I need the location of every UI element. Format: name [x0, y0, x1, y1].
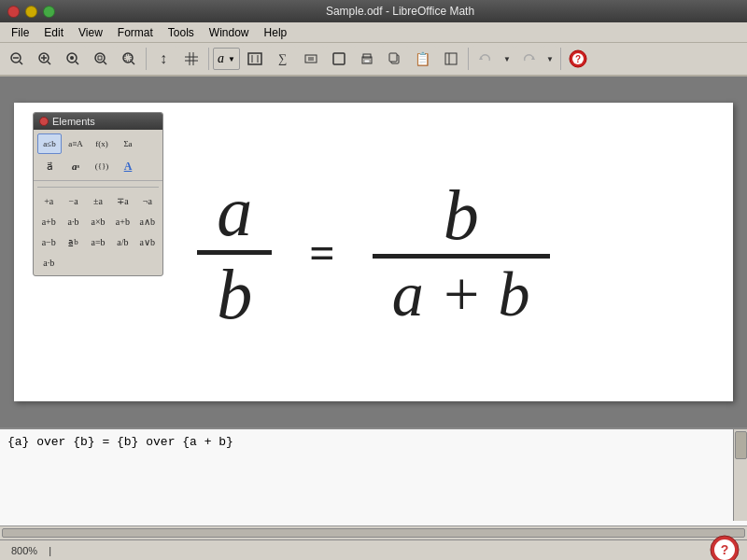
svg-text:?: ?: [575, 54, 581, 64]
cat-operators[interactable]: Σa: [116, 133, 140, 154]
horizontal-scrollbar[interactable]: [0, 525, 747, 539]
svg-point-10: [95, 53, 105, 63]
undo-button[interactable]: [472, 46, 499, 72]
zoom-sel-button[interactable]: [116, 46, 142, 72]
titlebar: Sample.odf - LibreOffice Math: [0, 0, 747, 22]
el-a-dot-b[interactable]: a·b: [62, 212, 84, 231]
elements-divider: [37, 187, 159, 188]
cat-format[interactable]: A: [116, 156, 140, 176]
editor-scrollbar[interactable]: [733, 429, 747, 521]
el-a-slash-b[interactable]: a/b: [111, 232, 134, 251]
format-text-button[interactable]: [298, 46, 324, 72]
document-area: Elements a≤b a≡A f(x) Σa a⃗ as ({}) A +a…: [0, 77, 747, 427]
el-a-frac[interactable]: a̲b: [62, 232, 84, 251]
el-minus-a[interactable]: −a: [62, 191, 84, 210]
window-title: Sample.odf - LibreOffice Math: [61, 5, 740, 18]
toolbar: ↕ a ▼ ∑ 📋 ▼ ▼ ?: [0, 43, 747, 77]
cat-other[interactable]: as: [63, 156, 88, 176]
paste-button[interactable]: 📋: [410, 46, 436, 72]
formula-editor: {a} over {b} = {b} over {a + b}: [0, 427, 747, 539]
menu-tools[interactable]: Tools: [161, 24, 202, 41]
help-assistant-icon[interactable]: ?: [710, 535, 740, 561]
el-a-or-b[interactable]: a∨b: [136, 232, 159, 251]
el-plus-a[interactable]: +a: [37, 191, 60, 210]
redo-button[interactable]: [515, 46, 542, 72]
insert-box-button[interactable]: [242, 46, 268, 72]
el-mp-a[interactable]: ∓a: [111, 191, 134, 210]
zoom-in-button[interactable]: [32, 46, 58, 72]
el-pm-a[interactable]: ±a: [87, 191, 109, 210]
h-scroll-track[interactable]: [2, 528, 745, 538]
el-a-minus-b[interactable]: a−b: [37, 232, 60, 251]
copy-button[interactable]: [382, 46, 408, 72]
menu-format[interactable]: Format: [110, 24, 161, 41]
right-fraction: b a + b: [373, 179, 550, 326]
statusbar: 800% | ?: [0, 539, 747, 560]
formula-display: a b = b a + b: [197, 175, 549, 329]
svg-rect-22: [305, 55, 317, 63]
print-button[interactable]: [354, 46, 380, 72]
doc-toggle-button[interactable]: [438, 46, 464, 72]
cat-attributes-row2[interactable]: a⃗: [37, 156, 62, 176]
maximize-button[interactable]: [43, 6, 55, 18]
insert-dropdown[interactable]: a ▼: [213, 48, 240, 70]
svg-line-11: [104, 62, 106, 64]
menu-window[interactable]: Window: [202, 24, 257, 41]
svg-text:?: ?: [721, 542, 729, 557]
redo-dropdown[interactable]: ▼: [543, 46, 557, 72]
left-denominator: b: [217, 255, 252, 329]
status-cursor: |: [49, 545, 51, 556]
insert-symbol-button[interactable]: ∑: [270, 46, 296, 72]
zoom-view-button[interactable]: [60, 46, 86, 72]
formula-input[interactable]: {a} over {b} = {b} over {a + b}: [0, 429, 747, 525]
el-a-and-b[interactable]: a∧b: [136, 212, 159, 231]
el-not-a[interactable]: ¬a: [136, 191, 159, 210]
status-zoom: 800%: [11, 545, 37, 556]
svg-line-9: [76, 62, 78, 64]
zoom-fit-button[interactable]: [88, 46, 114, 72]
el-a-dot-b2[interactable]: a·b: [37, 253, 60, 272]
help-button[interactable]: ?: [565, 46, 591, 72]
svg-rect-14: [125, 55, 131, 61]
scrollbar-thumb[interactable]: [735, 431, 747, 459]
right-numerator: b: [444, 179, 479, 254]
cat-brackets[interactable]: ({}): [90, 156, 114, 176]
svg-line-2: [20, 62, 22, 64]
svg-point-8: [70, 56, 74, 60]
menu-file[interactable]: File: [4, 24, 36, 41]
zoom-out-button[interactable]: [4, 46, 30, 72]
main-area: Elements a≤b a≡A f(x) Σa a⃗ as ({}) A +a…: [0, 77, 747, 560]
left-numerator: a: [217, 175, 252, 250]
left-fraction: a b: [197, 175, 272, 329]
el-a-plus-b[interactable]: a+b: [37, 212, 60, 231]
cat-relations[interactable]: a≡A: [63, 133, 88, 154]
toolbar-separator-4: [560, 48, 561, 70]
elements-title: Elements: [52, 116, 95, 127]
menu-help[interactable]: Help: [257, 24, 295, 41]
svg-line-13: [132, 62, 134, 64]
cat-unary[interactable]: a≤b: [37, 133, 62, 154]
elements-close[interactable]: [39, 117, 49, 126]
cat-functions[interactable]: f(x): [90, 133, 114, 154]
menubar: File Edit View Format Tools Window Help: [0, 22, 747, 43]
el-a-eq-b[interactable]: a=b: [87, 232, 109, 251]
svg-rect-25: [333, 53, 345, 64]
cursor-button[interactable]: ↕: [150, 46, 176, 72]
minimize-button[interactable]: [25, 6, 37, 18]
grid-button[interactable]: [178, 46, 204, 72]
insert-frame-button[interactable]: [326, 46, 352, 72]
toolbar-separator-1: [146, 48, 147, 70]
el-a-times-b[interactable]: a×b: [87, 212, 109, 231]
svg-rect-19: [248, 53, 261, 64]
svg-rect-31: [445, 53, 457, 64]
menu-view[interactable]: View: [71, 24, 110, 41]
menu-edit[interactable]: Edit: [36, 24, 71, 41]
elements-content: +a −a ±a ∓a ¬a a+b a·b a×b a+b a∧b a−b a…: [34, 181, 162, 275]
el-a-plus-b2[interactable]: a+b: [111, 212, 134, 231]
toolbar-separator-2: [208, 48, 209, 70]
undo-dropdown[interactable]: ▼: [500, 46, 514, 72]
svg-line-6: [48, 62, 50, 64]
right-denominator: a + b: [392, 259, 530, 326]
close-button[interactable]: [7, 6, 20, 18]
document-page: Elements a≤b a≡A f(x) Σa a⃗ as ({}) A +a…: [14, 103, 733, 401]
